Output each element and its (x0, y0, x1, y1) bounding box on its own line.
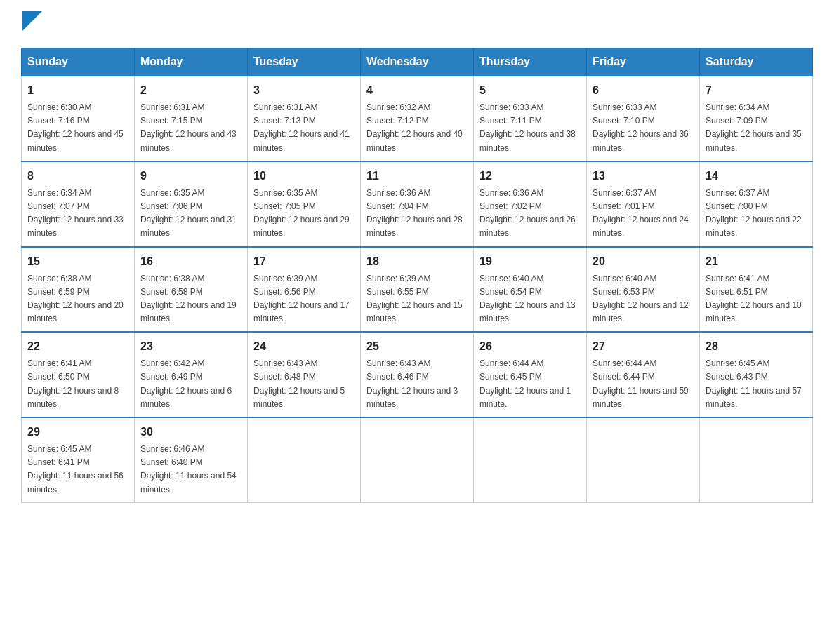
weekday-header-cell: Saturday (700, 48, 813, 76)
day-info: Sunrise: 6:44 AMSunset: 6:45 PMDaylight:… (479, 358, 571, 409)
calendar-day-cell (587, 417, 700, 502)
weekday-header-cell: Monday (135, 48, 248, 76)
day-info: Sunrise: 6:37 AMSunset: 7:01 PMDaylight:… (593, 188, 689, 239)
day-info: Sunrise: 6:35 AMSunset: 7:06 PMDaylight:… (140, 188, 237, 239)
calendar-day-cell: 15 Sunrise: 6:38 AMSunset: 6:59 PMDaylig… (22, 247, 135, 333)
day-number: 22 (27, 338, 128, 355)
day-info: Sunrise: 6:42 AMSunset: 6:49 PMDaylight:… (140, 358, 232, 409)
day-number: 5 (479, 82, 581, 99)
day-number: 6 (593, 82, 694, 99)
day-number: 19 (479, 253, 581, 270)
day-number: 14 (706, 168, 807, 185)
day-info: Sunrise: 6:43 AMSunset: 6:46 PMDaylight:… (366, 358, 458, 409)
day-number: 16 (140, 253, 241, 270)
calendar-day-cell: 30 Sunrise: 6:46 AMSunset: 6:40 PMDaylig… (135, 417, 248, 502)
day-number: 29 (27, 424, 128, 441)
day-info: Sunrise: 6:46 AMSunset: 6:40 PMDaylight:… (140, 444, 237, 495)
day-info: Sunrise: 6:36 AMSunset: 7:02 PMDaylight:… (479, 188, 576, 239)
day-info: Sunrise: 6:36 AMSunset: 7:04 PMDaylight:… (366, 188, 463, 239)
day-number: 25 (366, 338, 468, 355)
calendar-day-cell: 9 Sunrise: 6:35 AMSunset: 7:06 PMDayligh… (135, 161, 248, 247)
day-info: Sunrise: 6:40 AMSunset: 6:53 PMDaylight:… (593, 274, 689, 324)
day-number: 21 (706, 253, 807, 270)
calendar-day-cell: 27 Sunrise: 6:44 AMSunset: 6:44 PMDaylig… (587, 332, 700, 417)
day-info: Sunrise: 6:32 AMSunset: 7:12 PMDaylight:… (366, 102, 463, 153)
calendar-day-cell: 18 Sunrise: 6:39 AMSunset: 6:55 PMDaylig… (361, 247, 474, 333)
calendar-week-row: 29 Sunrise: 6:45 AMSunset: 6:41 PMDaylig… (22, 417, 813, 502)
day-number: 2 (140, 82, 241, 99)
day-info: Sunrise: 6:34 AMSunset: 7:07 PMDaylight:… (27, 188, 124, 239)
weekday-header-cell: Tuesday (248, 48, 361, 76)
calendar-week-row: 22 Sunrise: 6:41 AMSunset: 6:50 PMDaylig… (22, 332, 813, 417)
day-number: 30 (140, 424, 241, 441)
day-number: 15 (27, 253, 128, 270)
day-number: 3 (253, 82, 355, 99)
calendar-day-cell: 20 Sunrise: 6:40 AMSunset: 6:53 PMDaylig… (587, 247, 700, 333)
logo-triangle-icon (22, 11, 42, 31)
day-info: Sunrise: 6:38 AMSunset: 6:58 PMDaylight:… (140, 274, 237, 324)
calendar-day-cell: 1 Sunrise: 6:30 AMSunset: 7:16 PMDayligh… (22, 76, 135, 161)
day-number: 17 (253, 253, 355, 270)
weekday-header-cell: Wednesday (361, 48, 474, 76)
calendar-day-cell: 5 Sunrise: 6:33 AMSunset: 7:11 PMDayligh… (474, 76, 587, 161)
day-number: 28 (706, 338, 807, 355)
day-info: Sunrise: 6:30 AMSunset: 7:16 PMDaylight:… (27, 102, 124, 153)
weekday-header-cell: Sunday (22, 48, 135, 76)
day-info: Sunrise: 6:45 AMSunset: 6:41 PMDaylight:… (27, 444, 124, 495)
page-header (21, 14, 813, 34)
calendar-day-cell: 4 Sunrise: 6:32 AMSunset: 7:12 PMDayligh… (361, 76, 474, 161)
calendar-day-cell: 12 Sunrise: 6:36 AMSunset: 7:02 PMDaylig… (474, 161, 587, 247)
day-number: 24 (253, 338, 355, 355)
day-info: Sunrise: 6:43 AMSunset: 6:48 PMDaylight:… (253, 358, 345, 409)
day-number: 11 (366, 168, 468, 185)
day-info: Sunrise: 6:39 AMSunset: 6:56 PMDaylight:… (253, 274, 350, 324)
calendar-day-cell: 26 Sunrise: 6:44 AMSunset: 6:45 PMDaylig… (474, 332, 587, 417)
day-info: Sunrise: 6:31 AMSunset: 7:13 PMDaylight:… (253, 102, 350, 153)
day-info: Sunrise: 6:40 AMSunset: 6:54 PMDaylight:… (479, 274, 576, 324)
logo (21, 14, 42, 34)
day-info: Sunrise: 6:39 AMSunset: 6:55 PMDaylight:… (366, 274, 463, 324)
calendar-day-cell: 17 Sunrise: 6:39 AMSunset: 6:56 PMDaylig… (248, 247, 361, 333)
day-info: Sunrise: 6:34 AMSunset: 7:09 PMDaylight:… (706, 102, 802, 153)
calendar-table: SundayMondayTuesdayWednesdayThursdayFrid… (21, 48, 813, 503)
calendar-day-cell: 21 Sunrise: 6:41 AMSunset: 6:51 PMDaylig… (700, 247, 813, 333)
calendar-day-cell: 13 Sunrise: 6:37 AMSunset: 7:01 PMDaylig… (587, 161, 700, 247)
calendar-day-cell: 22 Sunrise: 6:41 AMSunset: 6:50 PMDaylig… (22, 332, 135, 417)
day-number: 26 (479, 338, 581, 355)
day-number: 10 (253, 168, 355, 185)
day-number: 12 (479, 168, 581, 185)
day-info: Sunrise: 6:31 AMSunset: 7:15 PMDaylight:… (140, 102, 237, 153)
day-number: 1 (27, 82, 128, 99)
day-info: Sunrise: 6:33 AMSunset: 7:10 PMDaylight:… (593, 102, 689, 153)
calendar-day-cell: 28 Sunrise: 6:45 AMSunset: 6:43 PMDaylig… (700, 332, 813, 417)
calendar-day-cell (474, 417, 587, 502)
weekday-header-row: SundayMondayTuesdayWednesdayThursdayFrid… (22, 48, 813, 76)
calendar-day-cell: 7 Sunrise: 6:34 AMSunset: 7:09 PMDayligh… (700, 76, 813, 161)
day-number: 18 (366, 253, 468, 270)
day-number: 9 (140, 168, 241, 185)
day-number: 8 (27, 168, 128, 185)
calendar-day-cell: 8 Sunrise: 6:34 AMSunset: 7:07 PMDayligh… (22, 161, 135, 247)
day-info: Sunrise: 6:38 AMSunset: 6:59 PMDaylight:… (27, 274, 124, 324)
day-number: 23 (140, 338, 241, 355)
calendar-day-cell: 10 Sunrise: 6:35 AMSunset: 7:05 PMDaylig… (248, 161, 361, 247)
calendar-week-row: 1 Sunrise: 6:30 AMSunset: 7:16 PMDayligh… (22, 76, 813, 161)
calendar-day-cell (361, 417, 474, 502)
day-info: Sunrise: 6:41 AMSunset: 6:51 PMDaylight:… (706, 274, 802, 324)
day-info: Sunrise: 6:45 AMSunset: 6:43 PMDaylight:… (706, 358, 802, 409)
calendar-day-cell: 19 Sunrise: 6:40 AMSunset: 6:54 PMDaylig… (474, 247, 587, 333)
day-number: 7 (706, 82, 807, 99)
day-number: 27 (593, 338, 694, 355)
calendar-day-cell: 14 Sunrise: 6:37 AMSunset: 7:00 PMDaylig… (700, 161, 813, 247)
calendar-day-cell (248, 417, 361, 502)
calendar-week-row: 8 Sunrise: 6:34 AMSunset: 7:07 PMDayligh… (22, 161, 813, 247)
day-number: 13 (593, 168, 694, 185)
calendar-day-cell: 24 Sunrise: 6:43 AMSunset: 6:48 PMDaylig… (248, 332, 361, 417)
weekday-header-cell: Thursday (474, 48, 587, 76)
calendar-day-cell: 29 Sunrise: 6:45 AMSunset: 6:41 PMDaylig… (22, 417, 135, 502)
day-info: Sunrise: 6:33 AMSunset: 7:11 PMDaylight:… (479, 102, 576, 153)
calendar-day-cell (700, 417, 813, 502)
calendar-week-row: 15 Sunrise: 6:38 AMSunset: 6:59 PMDaylig… (22, 247, 813, 333)
day-number: 20 (593, 253, 694, 270)
weekday-header-cell: Friday (587, 48, 700, 76)
